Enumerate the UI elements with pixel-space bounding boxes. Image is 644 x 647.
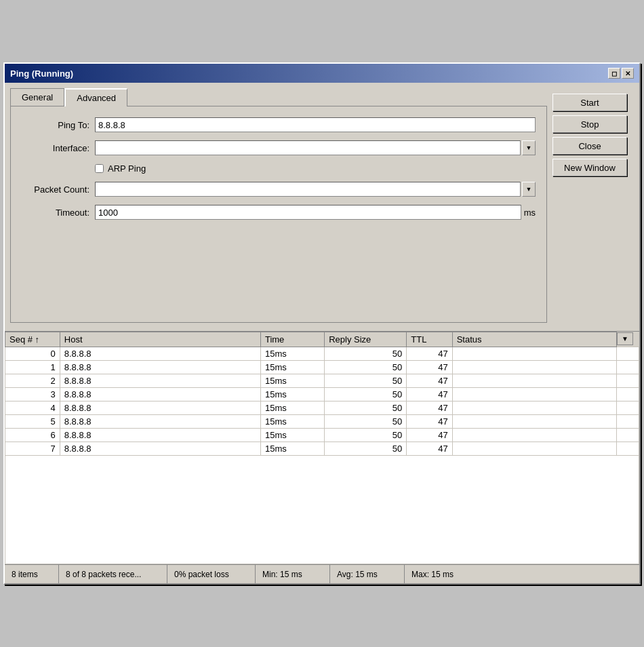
cell-ttl: 47 [407,401,452,415]
cell-time: 15ms [260,347,324,361]
cell-host: 8.8.8.8 [60,415,260,429]
cell-reply-size: 50 [325,442,407,456]
interface-row: Interface: ▼ [22,140,536,155]
window-title: Ping (Running) [10,68,73,79]
status-avg: Avg: 15 ms [330,565,405,583]
cell-empty [616,361,639,374]
col-seq[interactable]: Seq # ↑ [5,332,60,347]
tab-content: Ping To: Interface: ▼ ARP Ping [10,106,547,323]
table-row: 7 8.8.8.8 15ms 50 47 [5,442,639,456]
cell-empty [616,374,639,388]
restore-button[interactable]: ◻ [608,68,620,79]
cell-seq: 7 [5,442,60,456]
empty-results-area [5,456,639,564]
cell-reply-size: 50 [325,401,407,415]
window-content: General Advanced Ping To: Interface: [5,83,639,328]
tabs-bar: General Advanced [10,88,547,106]
col-time[interactable]: Time [260,332,324,347]
arp-ping-checkbox[interactable] [95,164,104,173]
new-window-button[interactable]: New Window [552,159,627,176]
status-max: Max: 15 ms [405,565,639,583]
table-row: 3 8.8.8.8 15ms 50 47 [5,388,639,401]
cell-status [452,374,616,388]
timeout-label: Timeout: [22,208,89,218]
cell-status [452,361,616,374]
cell-seq: 1 [5,361,60,374]
tab-general[interactable]: General [10,88,64,106]
timeout-row: Timeout: ms [22,205,536,220]
cell-time: 15ms [260,401,324,415]
cell-status [452,347,616,361]
cell-reply-size: 50 [325,415,407,429]
interface-dropdown-btn[interactable]: ▼ [522,140,536,155]
cell-status [452,401,616,415]
cell-seq: 3 [5,388,60,401]
cell-time: 15ms [260,361,324,374]
stop-button[interactable]: Stop [552,115,627,133]
cell-host: 8.8.8.8 [60,347,260,361]
start-button[interactable]: Start [552,94,627,111]
table-row: 5 8.8.8.8 15ms 50 47 [5,415,639,429]
cell-reply-size: 50 [325,374,407,388]
table-col-dropdown-btn[interactable]: ▼ [617,332,633,345]
title-bar: Ping (Running) ◻ ✕ [5,64,639,83]
results-table: Seq # ↑ Host Time Reply Size TTL Status … [5,332,639,456]
cell-time: 15ms [260,388,324,401]
cell-reply-size: 50 [325,347,407,361]
table-row: 0 8.8.8.8 15ms 50 47 [5,347,639,361]
cell-ttl: 47 [407,429,452,442]
cell-status [452,388,616,401]
title-bar-buttons: ◻ ✕ [608,68,634,79]
col-status[interactable]: Status [452,332,616,347]
status-bar: 8 items 8 of 8 packets rece... 0% packet… [5,564,639,583]
cell-seq: 0 [5,347,60,361]
cell-empty [616,442,639,456]
cell-ttl: 47 [407,374,452,388]
packet-count-label: Packet Count: [22,184,89,195]
col-ttl[interactable]: TTL [407,332,452,347]
cell-time: 15ms [260,442,324,456]
left-panel: General Advanced Ping To: Interface: [10,88,547,323]
cell-reply-size: 50 [325,361,407,374]
status-min: Min: 15 ms [256,565,330,583]
cell-ttl: 47 [407,388,452,401]
cell-host: 8.8.8.8 [60,388,260,401]
packet-count-dropdown-btn[interactable]: ▼ [522,182,536,197]
col-reply-size[interactable]: Reply Size [325,332,407,347]
packet-count-dropdown-wrapper: ▼ [95,182,536,197]
cell-seq: 6 [5,429,60,442]
table-row: 2 8.8.8.8 15ms 50 47 [5,374,639,388]
cell-host: 8.8.8.8 [60,401,260,415]
cell-time: 15ms [260,374,324,388]
timeout-unit: ms [524,208,536,218]
interface-label: Interface: [22,143,89,153]
table-header: Seq # ↑ Host Time Reply Size TTL Status … [5,332,639,347]
ping-to-row: Ping To: [22,117,536,132]
cell-empty [616,429,639,442]
cell-empty [616,388,639,401]
tab-advanced[interactable]: Advanced [64,88,127,106]
packet-count-input[interactable] [95,182,521,197]
interface-input[interactable] [95,140,521,155]
packet-count-row: Packet Count: ▼ [22,182,536,197]
cell-ttl: 47 [407,415,452,429]
cell-seq: 5 [5,415,60,429]
table-row: 1 8.8.8.8 15ms 50 47 [5,361,639,374]
ping-to-input[interactable] [95,117,536,132]
timeout-input[interactable] [95,205,521,220]
cell-ttl: 47 [407,442,452,456]
status-packets-received: 8 of 8 packets rece... [59,565,167,583]
table-row: 6 8.8.8.8 15ms 50 47 [5,429,639,442]
main-window: Ping (Running) ◻ ✕ General Advanced Pi [3,62,641,585]
cell-seq: 4 [5,401,60,415]
table-section: Seq # ↑ Host Time Reply Size TTL Status … [5,331,639,564]
cell-ttl: 47 [407,347,452,361]
close-button-action[interactable]: Close [552,137,627,155]
cell-status [452,415,616,429]
col-host[interactable]: Host [60,332,260,347]
cell-seq: 2 [5,374,60,388]
close-button[interactable]: ✕ [622,68,634,79]
interface-dropdown-wrapper: ▼ [95,140,536,155]
cell-status [452,442,616,456]
cell-reply-size: 50 [325,388,407,401]
